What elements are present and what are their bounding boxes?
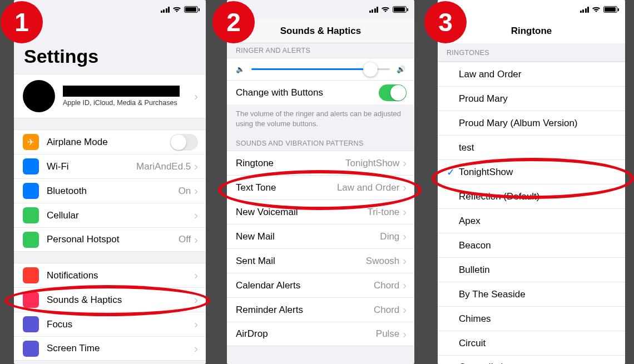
personal-hotspot-icon <box>23 232 39 248</box>
row-label: Airplane Mode <box>47 137 170 148</box>
ringtone-row[interactable]: ✓TonightShow <box>438 159 625 184</box>
chevron-right-icon: › <box>194 233 198 246</box>
ringtone-label: Beacon <box>459 240 617 251</box>
row-label: Focus <box>47 319 194 330</box>
row-label: Personal Hotspot <box>47 234 179 245</box>
row-label: AirDrop <box>236 328 376 340</box>
ringtone-label: Bulletin <box>459 265 617 276</box>
row-label: Wi-Fi <box>47 161 136 172</box>
wifi-icon <box>172 6 181 13</box>
row-label: Notifications <box>47 270 194 281</box>
row-label: New Mail <box>236 231 380 242</box>
bluetooth-icon <box>23 183 39 199</box>
airplane-mode-icon: ✈ <box>23 134 39 150</box>
ringtone-row[interactable]: ✓Chimes <box>438 306 625 331</box>
change-with-buttons-row[interactable]: Change with Buttons <box>227 80 414 104</box>
row-value: On <box>179 186 191 197</box>
chevron-right-icon: › <box>194 293 198 306</box>
page-title: Settings <box>14 41 206 71</box>
ringtone-row[interactable]: ✓Circuit <box>438 331 625 355</box>
sound-row-new-voicemail[interactable]: New VoicemailTri-tone› <box>227 200 414 224</box>
profile-name-redacted <box>63 86 180 97</box>
chevron-right-icon: › <box>403 328 407 341</box>
settings-row-bluetooth[interactable]: BluetoothOn› <box>14 178 206 203</box>
row-value: Off <box>179 234 191 245</box>
speaker-low-icon: 🔈 <box>236 65 245 73</box>
row-label: Calendar Alerts <box>236 280 374 291</box>
volume-slider[interactable] <box>251 68 390 70</box>
settings-row-cellular[interactable]: Cellular› <box>14 203 206 227</box>
wi-fi-icon <box>23 158 39 174</box>
row-value: Chord <box>374 305 399 316</box>
battery-icon <box>603 6 617 13</box>
settings-row-notifications[interactable]: Notifications› <box>14 263 206 287</box>
settings-row-focus[interactable]: Focus› <box>14 312 206 336</box>
chevron-right-icon: › <box>194 185 198 197</box>
ringtone-label: Chimes <box>459 313 617 325</box>
row-label: New Voicemail <box>236 207 367 218</box>
screen-time-icon <box>23 341 39 357</box>
sound-row-calendar-alerts[interactable]: Calendar AlertsChord› <box>227 273 414 297</box>
nav-title: Sounds & Haptics <box>280 26 361 37</box>
ringtone-row[interactable]: ✓test <box>438 135 625 159</box>
slider-knob[interactable] <box>363 62 378 77</box>
signal-icon <box>369 7 379 13</box>
row-label: Cellular <box>47 210 194 221</box>
ringtone-row[interactable]: ✓Beacon <box>438 233 625 257</box>
ringtone-label: Apex <box>459 216 617 227</box>
phone-sounds-haptics: Sounds & Haptics RINGER AND ALERTS 🔈 🔊 C… <box>227 0 414 364</box>
ringtone-row[interactable]: ✓Law and Order <box>438 62 625 86</box>
settings-row-airplane-mode[interactable]: ✈Airplane Mode <box>14 129 206 154</box>
row-value: Tri-tone <box>367 207 399 218</box>
sound-row-new-mail[interactable]: New MailDing› <box>227 224 414 248</box>
footer-note: The volume of the ringer and alerts can … <box>227 104 414 131</box>
profile-subtitle: Apple ID, iCloud, Media & Purchases <box>63 99 194 107</box>
row-label: Change with Buttons <box>236 87 379 98</box>
sound-row-reminder-alerts[interactable]: Reminder AlertsChord› <box>227 297 414 322</box>
sound-row-ringtone[interactable]: RingtoneTonightShow› <box>227 151 414 175</box>
ringtone-row[interactable]: ✓Constellation <box>438 355 625 364</box>
row-value: Ding <box>380 231 399 242</box>
avatar <box>23 80 55 112</box>
signal-icon <box>161 7 170 13</box>
row-label: Screen Time <box>47 343 194 354</box>
section-header-patterns: SOUNDS AND VIBRATION PATTERNS <box>227 136 414 151</box>
row-label: Ringtone <box>236 158 345 169</box>
wifi-icon <box>381 6 390 13</box>
toggle-change-buttons[interactable] <box>379 84 407 101</box>
row-label: Sounds & Haptics <box>47 295 194 306</box>
row-value: TonightShow <box>345 158 399 169</box>
chevron-right-icon: › <box>403 206 407 218</box>
settings-row-wi-fi[interactable]: Wi-FiMariAndEd.5› <box>14 154 206 178</box>
toggle-airplane-mode[interactable] <box>170 134 198 151</box>
phone-settings: Settings Apple ID, iCloud, Media & Purch… <box>14 0 206 364</box>
ringtone-row[interactable]: ✓Proud Mary (Album Version) <box>438 111 625 135</box>
ringtone-row[interactable]: ✓Proud Mary <box>438 86 625 111</box>
ringtone-row[interactable]: ✓Bulletin <box>438 257 625 282</box>
row-value: Law and Order <box>337 182 399 193</box>
chevron-right-icon: › <box>403 303 407 316</box>
ringtone-row[interactable]: ✓Apex <box>438 208 625 233</box>
settings-row-personal-hotspot[interactable]: Personal HotspotOff› <box>14 227 206 252</box>
volume-slider-row[interactable]: 🔈 🔊 <box>227 58 414 80</box>
ringtone-row[interactable]: ✓Reflection (Default) <box>438 184 625 208</box>
apple-id-row[interactable]: Apple ID, iCloud, Media & Purchases › <box>14 74 206 118</box>
row-label: Sent Mail <box>236 256 366 267</box>
chevron-right-icon: › <box>403 255 407 267</box>
focus-icon <box>23 316 39 332</box>
nav-header: Sounds & Haptics <box>227 19 414 43</box>
ringtone-label: test <box>459 142 617 153</box>
row-value: Pulse <box>376 328 400 340</box>
chevron-right-icon: › <box>194 160 198 173</box>
ringtone-label: Law and Order <box>459 69 617 80</box>
section-header-ringer: RINGER AND ALERTS <box>227 43 414 58</box>
status-bar <box>14 0 206 19</box>
sound-row-sent-mail[interactable]: Sent MailSwoosh› <box>227 248 414 273</box>
settings-row-sounds-haptics[interactable]: Sounds & Haptics› <box>14 287 206 312</box>
settings-row-screen-time[interactable]: Screen Time› <box>14 336 206 361</box>
sound-row-text-tone[interactable]: Text ToneLaw and Order› <box>227 175 414 200</box>
sound-row-airdrop[interactable]: AirDropPulse› <box>227 322 414 346</box>
ringtone-row[interactable]: ✓By The Seaside <box>438 282 625 306</box>
row-label: Reminder Alerts <box>236 305 374 316</box>
ringtone-label: Constellation <box>459 362 617 364</box>
